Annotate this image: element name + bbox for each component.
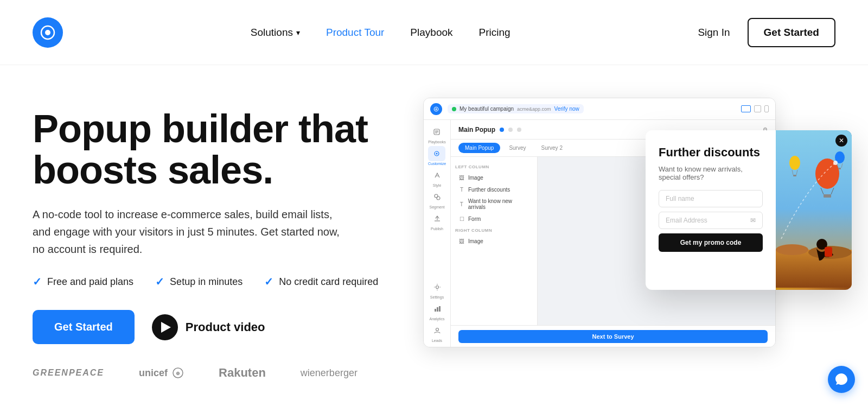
step-3-dot (517, 128, 521, 132)
popup-card-title: Further discounts (659, 145, 763, 160)
panel-item-discounts-label: Further discounts (468, 187, 510, 193)
svg-point-38 (833, 161, 838, 165)
hero-title: Popup builder that boosts sales. (33, 109, 423, 191)
brand-greenpeace: GREENPEACE (33, 368, 104, 378)
sign-in-link[interactable]: Sign In (698, 27, 730, 39)
popup-card-photo (776, 130, 852, 290)
brand-unicef: unicef ⊕ (139, 367, 184, 379)
popup-close-button[interactable]: ✕ (835, 135, 847, 147)
sidebar-label-leads: Leads (432, 339, 442, 342)
panel-item-form[interactable]: ☐ Form (455, 213, 533, 225)
tab-main-popup[interactable]: Main Popup (458, 143, 500, 153)
verify-link[interactable]: Verify now (554, 106, 579, 112)
right-column-label: RIGHT COLUMN (455, 228, 533, 233)
publish-icon (429, 211, 446, 226)
svg-rect-18 (439, 306, 441, 312)
svg-rect-16 (435, 309, 436, 312)
cta-row: Get Started Product video (33, 310, 423, 344)
check-item-0: ✓ Free and paid plans (33, 275, 133, 288)
sidebar-label-customize: Customize (428, 162, 446, 166)
balloon-scene-svg (776, 130, 852, 288)
popup-submit-button[interactable]: Get my promo code (659, 233, 763, 252)
get-started-outline-button[interactable]: Get Started (748, 18, 835, 47)
desktop-icon (741, 105, 751, 112)
sidebar-item-analytics[interactable]: Analytics (429, 301, 446, 321)
tab-survey-2[interactable]: Survey 2 (535, 143, 569, 153)
popup-email-field[interactable]: Email Address ✉ (659, 212, 763, 229)
sidebar-label-style: Style (433, 183, 442, 187)
svg-point-30 (789, 156, 800, 170)
campaign-badge: My beautiful campaign acme&app.com Verif… (448, 104, 584, 113)
svg-point-22 (776, 244, 808, 255)
sidebar-label-settings: Settings (430, 295, 444, 299)
check-icon-1: ✓ (155, 275, 164, 288)
unicef-emblem: ⊕ (172, 367, 184, 379)
product-video-label: Product video (186, 320, 265, 334)
nav-product-tour[interactable]: Product Tour (326, 27, 384, 39)
campaign-status-dot (452, 107, 456, 111)
app-logo-small (430, 103, 442, 115)
svg-point-5 (436, 108, 437, 110)
next-to-survey-button[interactable]: Next to Survey (458, 330, 768, 343)
svg-point-15 (436, 286, 438, 289)
logo[interactable] (33, 17, 63, 48)
nav-playbook[interactable]: Playbook (410, 27, 452, 39)
sidebar-item-settings[interactable]: Settings (429, 280, 446, 299)
tab-survey[interactable]: Survey (502, 143, 532, 153)
check-label-2: No credit card required (279, 276, 378, 288)
sidebar-label-publish: Publish (431, 227, 443, 231)
screenshot-wrap: My beautiful campaign acme&app.com Verif… (423, 98, 835, 369)
panel-item-form-label: Form (468, 216, 481, 222)
check-icon-0: ✓ (33, 275, 42, 288)
sidebar-item-style[interactable]: Style (429, 168, 446, 187)
sidebar-item-publish[interactable]: Publish (429, 211, 446, 231)
svg-point-19 (436, 328, 438, 331)
brand-rakuten: Rakuten (219, 366, 266, 380)
sidebar-item-customize[interactable]: Customize (428, 146, 446, 166)
email-placeholder: Email Address (666, 217, 707, 224)
panel-item-image[interactable]: 🖼 Image (455, 172, 533, 183)
panel-item-arrivals-label: Want to know new arrivals (468, 198, 529, 210)
hero-screenshot: My beautiful campaign acme&app.com Verif… (423, 98, 835, 369)
play-icon (152, 314, 178, 340)
segment-icon (429, 189, 446, 205)
app-bottom-bar: Next to Survey (451, 325, 775, 347)
campaign-name: My beautiful campaign (459, 106, 514, 112)
panel-item-discounts[interactable]: T Further discounts (455, 183, 533, 195)
form-icon: ☐ (458, 215, 465, 222)
sidebar-label-analytics: Analytics (429, 317, 444, 321)
svg-text:⊕: ⊕ (176, 371, 180, 376)
panel-item-arrivals[interactable]: T Want to know new arrivals (455, 195, 533, 213)
get-started-button[interactable]: Get Started (33, 310, 135, 344)
sidebar-label-playbooks: Playbooks (428, 140, 445, 144)
sidebar-item-leads[interactable]: Leads (429, 323, 446, 342)
sidebar-bottom-icons: Settings Analytics Leads (429, 280, 446, 342)
text-icon: T (458, 186, 465, 193)
popup-main-title: Main Popup (458, 126, 495, 134)
nav-pricing[interactable]: Pricing (479, 27, 510, 39)
panel-item-right-image[interactable]: 🖼 Image (455, 235, 533, 247)
check-label-0: Free and paid plans (47, 276, 133, 288)
hero-description: A no-code tool to increase e-commerce sa… (33, 206, 347, 258)
popup-fullname-field[interactable]: Full name (659, 190, 763, 207)
sidebar-item-segment[interactable]: Segment (429, 189, 446, 209)
campaign-url: acme&app.com (517, 106, 551, 112)
logo-icon (33, 17, 63, 48)
email-icon: ✉ (750, 217, 756, 224)
brands-row: GREENPEACE unicef ⊕ Rakuten wienerberger (33, 344, 423, 380)
step-1-dot (500, 128, 504, 132)
sidebar-item-playbooks[interactable]: Playbooks (428, 124, 445, 144)
tablet-icon (754, 105, 761, 112)
app-topbar: My beautiful campaign acme&app.com Verif… (424, 98, 775, 120)
svg-rect-37 (838, 168, 841, 169)
check-icon-2: ✓ (264, 275, 273, 288)
product-video-button[interactable]: Product video (152, 314, 265, 340)
panel-item-right-image-label: Image (468, 238, 483, 244)
chat-bubble[interactable] (828, 366, 855, 393)
svg-rect-17 (437, 307, 438, 312)
popup-card-desc: Want to know new arrivals, special offer… (659, 165, 763, 181)
svg-point-1 (45, 30, 50, 35)
device-icons (741, 105, 769, 112)
nav-solutions[interactable]: Solutions (251, 27, 300, 39)
svg-rect-29 (824, 194, 831, 198)
